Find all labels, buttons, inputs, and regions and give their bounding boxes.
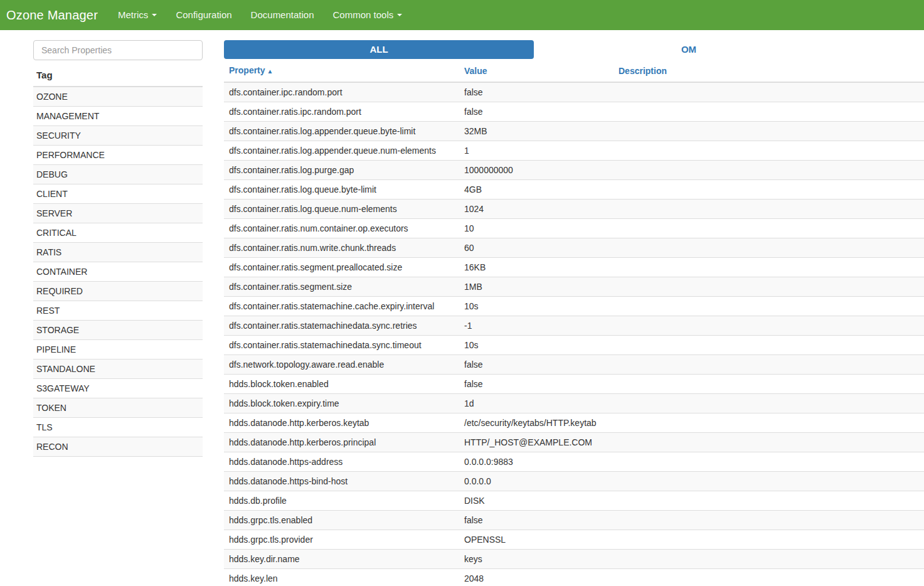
tag-header-row: Tag [33, 66, 203, 87]
description-cell [613, 82, 924, 102]
tag-row-debug[interactable]: DEBUG [33, 165, 203, 184]
tag-label[interactable]: S3GATEWAY [33, 379, 203, 398]
value-cell: 1MB [459, 277, 613, 297]
description-cell [613, 161, 924, 180]
tag-label[interactable]: SECURITY [33, 126, 203, 146]
table-row: dfs.network.topology.aware.read.enablefa… [224, 355, 924, 375]
property-cell: dfs.container.ratis.statemachinedata.syn… [224, 316, 459, 336]
tag-row-management[interactable]: MANAGEMENT [33, 107, 203, 126]
tag-label[interactable]: SERVER [33, 204, 203, 223]
tag-row-security[interactable]: SECURITY [33, 126, 203, 146]
property-cell: hdds.key.dir.name [224, 550, 459, 569]
description-cell [613, 375, 924, 394]
tag-label[interactable]: CONTAINER [33, 262, 203, 282]
tag-label[interactable]: RATIS [33, 243, 203, 262]
search-input[interactable] [33, 40, 203, 60]
navbar: Ozone Manager Metrics Configuration Docu… [0, 0, 924, 30]
tag-label[interactable]: DEBUG [33, 165, 203, 184]
tag-row-s3gateway[interactable]: S3GATEWAY [33, 379, 203, 398]
tab-all[interactable]: ALL [224, 40, 534, 59]
nav-item-label: Metrics [118, 0, 148, 30]
tag-label[interactable]: STANDALONE [33, 360, 203, 379]
tag-row-ratis[interactable]: RATIS [33, 243, 203, 262]
description-cell [613, 316, 924, 336]
tag-label[interactable]: PIPELINE [33, 340, 203, 360]
property-rows: dfs.container.ipc.random.portfalsedfs.co… [224, 82, 924, 586]
value-cell: HTTP/_HOST@EXAMPLE.COM [459, 433, 613, 452]
tag-label[interactable]: PERFORMANCE [33, 146, 203, 165]
tag-label[interactable]: TLS [33, 418, 203, 437]
property-cell: hdds.datanode.https-address [224, 452, 459, 472]
tag-label[interactable]: REST [33, 301, 203, 321]
tag-row-tls[interactable]: TLS [33, 418, 203, 437]
description-cell [613, 238, 924, 258]
value-cell: 60 [459, 238, 613, 258]
column-header-label: Property [229, 65, 265, 75]
tag-row-container[interactable]: CONTAINER [33, 262, 203, 282]
tag-row-performance[interactable]: PERFORMANCE [33, 146, 203, 165]
table-row: hdds.datanode.http.kerberos.keytab/etc/s… [224, 413, 924, 433]
value-cell: 4GB [459, 180, 613, 200]
tag-label[interactable]: REQUIRED [33, 282, 203, 301]
tag-row-required[interactable]: REQUIRED [33, 282, 203, 301]
tag-row-pipeline[interactable]: PIPELINE [33, 340, 203, 360]
table-row: hdds.key.len2048 [224, 569, 924, 586]
table-row: hdds.datanode.http.kerberos.principalHTT… [224, 433, 924, 452]
tag-label[interactable]: STORAGE [33, 321, 203, 340]
description-cell [613, 258, 924, 277]
column-header-value[interactable]: Value [459, 60, 613, 82]
tag-row-token[interactable]: TOKEN [33, 398, 203, 418]
description-cell [613, 530, 924, 550]
tag-row-standalone[interactable]: STANDALONE [33, 360, 203, 379]
tag-row-server[interactable]: SERVER [33, 204, 203, 223]
nav-item-metrics[interactable]: Metrics [109, 0, 166, 30]
column-header-description[interactable]: Description [613, 60, 924, 82]
value-cell: 2048 [459, 569, 613, 586]
property-cell: hdds.grpc.tls.enabled [224, 511, 459, 530]
tag-row-recon[interactable]: RECON [33, 437, 203, 457]
value-cell: 10s [459, 297, 613, 316]
table-row: hdds.block.token.expiry.time1d [224, 394, 924, 413]
table-row: dfs.container.ratis.segment.size1MB [224, 277, 924, 297]
description-cell [613, 433, 924, 452]
tag-label[interactable]: MANAGEMENT [33, 107, 203, 126]
tag-label[interactable]: TOKEN [33, 398, 203, 418]
property-cell: dfs.container.ratis.statemachinedata.syn… [224, 336, 459, 355]
value-cell: false [459, 355, 613, 375]
tag-row-critical[interactable]: CRITICAL [33, 223, 203, 243]
sidebar: Tag OZONEMANAGEMENTSECURITYPERFORMANCEDE… [33, 40, 203, 586]
tag-label[interactable]: CLIENT [33, 184, 203, 204]
nav-item-configuration[interactable]: Configuration [166, 0, 241, 30]
description-cell [613, 550, 924, 569]
property-table: Property▲ Value Description dfs.containe… [224, 60, 924, 586]
tag-label[interactable]: CRITICAL [33, 223, 203, 243]
main-panel: ALL OM Property▲ Value Description dfs.c… [224, 40, 924, 586]
nav-item-common-tools[interactable]: Common tools [324, 0, 412, 30]
table-row: dfs.container.ratis.num.container.op.exe… [224, 219, 924, 238]
tag-row-ozone[interactable]: OZONE [33, 87, 203, 107]
value-cell: -1 [459, 316, 613, 336]
app-title[interactable]: Ozone Manager [0, 0, 107, 30]
property-cell: dfs.container.ratis.num.container.op.exe… [224, 219, 459, 238]
value-cell: OPENSSL [459, 530, 613, 550]
tag-row-client[interactable]: CLIENT [33, 184, 203, 204]
column-header-property[interactable]: Property▲ [224, 60, 459, 82]
property-cell: hdds.datanode.http.kerberos.keytab [224, 413, 459, 433]
nav-item-label: Configuration [176, 0, 231, 30]
property-cell: dfs.container.ratis.statemachine.cache.e… [224, 297, 459, 316]
tag-row-storage[interactable]: STORAGE [33, 321, 203, 340]
property-cell: dfs.container.ratis.num.write.chunk.thre… [224, 238, 459, 258]
value-cell: 0.0.0.0:9883 [459, 452, 613, 472]
tag-row-rest[interactable]: REST [33, 301, 203, 321]
page-content: Tag OZONEMANAGEMENTSECURITYPERFORMANCEDE… [0, 30, 924, 586]
property-cell: dfs.container.ratis.log.queue.num-elemen… [224, 200, 459, 219]
description-cell [613, 277, 924, 297]
tag-label[interactable]: RECON [33, 437, 203, 457]
property-cell: hdds.block.token.enabled [224, 375, 459, 394]
description-cell [613, 102, 924, 122]
description-cell [613, 122, 924, 141]
tag-label[interactable]: OZONE [33, 87, 203, 107]
tab-om[interactable]: OM [534, 40, 844, 59]
nav-item-documentation[interactable]: Documentation [242, 0, 324, 30]
property-cell: hdds.db.profile [224, 491, 459, 511]
